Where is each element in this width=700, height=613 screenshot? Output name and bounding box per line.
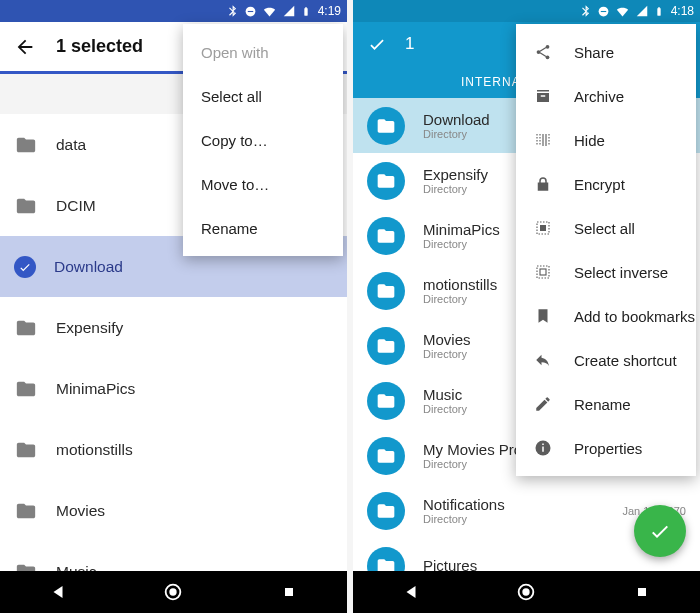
share-icon: [534, 43, 552, 61]
wifi-icon: [262, 4, 277, 19]
menu-rename[interactable]: Rename: [183, 206, 343, 250]
list-item[interactable]: MinimaPics: [0, 358, 347, 419]
folder-icon: [14, 561, 38, 572]
shortcut-icon: [534, 351, 552, 369]
bluetooth-icon: [578, 4, 592, 18]
overflow-menu: Open with Select all Copy to… Move to… R…: [183, 24, 343, 256]
status-time: 4:19: [318, 4, 341, 18]
status-bar: 4:19: [0, 0, 347, 22]
folder-icon: [367, 107, 405, 145]
menu-create-shortcut[interactable]: Create shortcut: [516, 338, 696, 382]
menu-encrypt[interactable]: Encrypt: [516, 162, 696, 206]
folder-icon: [367, 492, 405, 530]
folder-icon: [14, 317, 38, 339]
list-item-label: Movies: [56, 502, 105, 520]
folder-icon: [367, 382, 405, 420]
list-item[interactable]: motionstills: [0, 419, 347, 480]
hide-icon: [534, 131, 552, 149]
menu-copy-to[interactable]: Copy to…: [183, 118, 343, 162]
signal-icon: [635, 4, 649, 18]
bluetooth-icon: [225, 4, 239, 18]
system-nav: [0, 571, 347, 613]
list-item-label: Pictures: [423, 557, 686, 571]
menu-share[interactable]: Share: [516, 30, 696, 74]
list-item-label: Expensify: [56, 319, 123, 337]
system-nav: [353, 571, 700, 613]
archive-icon: [534, 87, 552, 105]
folder-icon: [14, 195, 38, 217]
list-item-label: data: [56, 136, 86, 154]
folder-icon: [367, 217, 405, 255]
select-inverse-icon: [534, 263, 552, 281]
battery-icon: [654, 4, 664, 19]
folder-icon: [14, 134, 38, 156]
nav-back[interactable]: [33, 583, 83, 601]
check-icon[interactable]: [367, 34, 387, 54]
status-bar: 4:18: [353, 0, 700, 22]
menu-open-with: Open with: [183, 30, 343, 74]
battery-icon: [301, 4, 311, 19]
lock-icon: [534, 175, 552, 193]
folder-icon: [367, 547, 405, 572]
list-item-label: Download: [54, 258, 123, 276]
menu-select-inverse[interactable]: Select inverse: [516, 250, 696, 294]
list-item[interactable]: Movies: [0, 480, 347, 541]
nav-home[interactable]: [148, 581, 198, 603]
list-item[interactable]: Music: [0, 541, 347, 571]
folder-icon: [14, 500, 38, 522]
menu-select-all[interactable]: Select all: [183, 74, 343, 118]
folder-icon: [14, 378, 38, 400]
menu-rename[interactable]: Rename: [516, 382, 696, 426]
status-time: 4:18: [671, 4, 694, 18]
selection-count: 1: [405, 34, 414, 54]
menu-add-bookmarks[interactable]: Add to bookmarks: [516, 294, 696, 338]
signal-icon: [282, 4, 296, 18]
menu-move-to[interactable]: Move to…: [183, 162, 343, 206]
menu-properties[interactable]: Properties: [516, 426, 696, 470]
list-item-type: Directory: [423, 513, 604, 525]
overflow-menu: Share Archive Hide Encrypt Select all Se…: [516, 24, 696, 476]
list-item-label: MinimaPics: [56, 380, 135, 398]
bookmark-icon: [534, 307, 552, 325]
confirm-fab[interactable]: [634, 505, 686, 557]
pencil-icon: [534, 395, 552, 413]
nav-recent[interactable]: [264, 584, 314, 600]
folder-icon: [367, 162, 405, 200]
selection-title: 1 selected: [56, 36, 143, 57]
folder-icon: [367, 437, 405, 475]
menu-hide[interactable]: Hide: [516, 118, 696, 162]
wifi-icon: [615, 4, 630, 19]
folder-icon: [367, 272, 405, 310]
menu-archive[interactable]: Archive: [516, 74, 696, 118]
back-icon[interactable]: [14, 36, 36, 58]
list-item-label: Notifications: [423, 496, 604, 513]
folder-icon: [367, 327, 405, 365]
folder-icon: [14, 439, 38, 461]
menu-select-all[interactable]: Select all: [516, 206, 696, 250]
list-item-label: Music: [56, 563, 96, 572]
check-icon: [14, 256, 36, 278]
select-all-icon: [534, 219, 552, 237]
dnd-icon: [244, 5, 257, 18]
list-item-label: DCIM: [56, 197, 96, 215]
nav-recent[interactable]: [617, 584, 667, 600]
list-item-label: motionstills: [56, 441, 133, 459]
nav-home[interactable]: [501, 581, 551, 603]
list-item[interactable]: Expensify: [0, 297, 347, 358]
dnd-icon: [597, 5, 610, 18]
info-icon: [534, 439, 552, 457]
nav-back[interactable]: [386, 583, 436, 601]
